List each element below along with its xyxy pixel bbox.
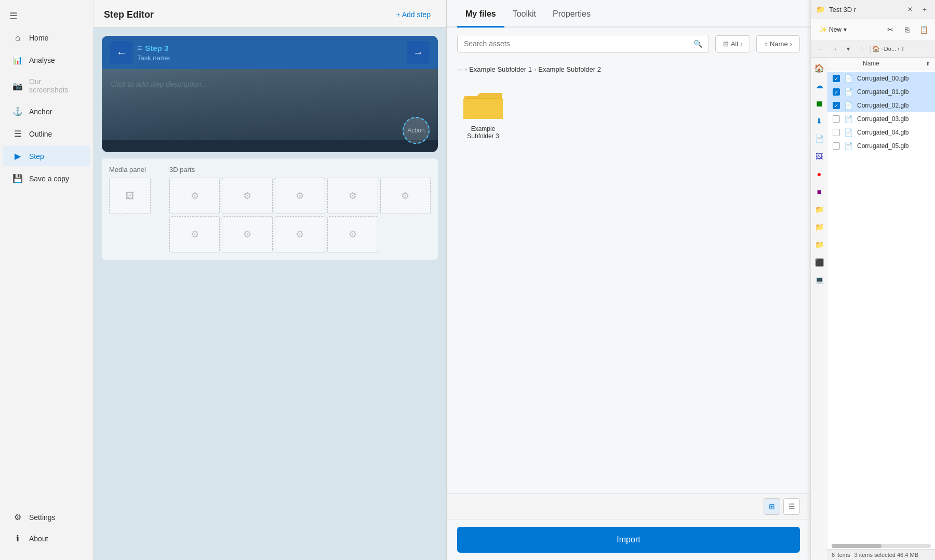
- menu-icon[interactable]: ☰: [0, 5, 93, 27]
- sidebar-item-anchor[interactable]: ⚓ Anchor: [3, 101, 90, 122]
- grid-view-icon: ⊞: [769, 502, 775, 511]
- step-card-body[interactable]: Click to add step description... Action: [102, 69, 438, 152]
- step-prev-button[interactable]: ←: [110, 41, 133, 64]
- scrollbar-thumb: [832, 544, 881, 548]
- step-card: ← ≡ Step 3 Task name → Click to add step…: [102, 36, 438, 152]
- part-icon-6: ⚙: [191, 229, 199, 240]
- list-view-button[interactable]: ☰: [783, 498, 800, 515]
- sidebar-item-save-copy[interactable]: 💾 Save a copy: [3, 168, 90, 189]
- sidebar-download-icon[interactable]: ⬇: [811, 113, 827, 129]
- file-list-item[interactable]: ✓ 📄 Corrugated_00.glb: [827, 72, 935, 85]
- file-list-item[interactable]: 📄 Corrugated_04.glb: [827, 126, 935, 139]
- sort-chevron-icon: ›: [790, 40, 792, 48]
- breadcrumb-sep-1: ›: [465, 65, 467, 73]
- items-count: 6 items: [832, 552, 850, 558]
- sidebar-file-icon[interactable]: 📄: [811, 130, 827, 147]
- sidebar-item-analyse[interactable]: 📊 Analyse: [3, 50, 90, 70]
- part-cell-7[interactable]: ⚙: [222, 216, 272, 252]
- file-list-item[interactable]: 📄 Corrugated_03.glb: [827, 112, 935, 126]
- sidebar-folder1-icon[interactable]: 📁: [811, 201, 827, 218]
- search-box[interactable]: 🔍: [457, 35, 709, 52]
- sidebar-item-settings[interactable]: ⚙ Settings: [3, 507, 90, 527]
- part-cell-3[interactable]: ⚙: [275, 178, 325, 214]
- file-list-item[interactable]: ✓ 📄 Corrugated_01.glb: [827, 85, 935, 99]
- sidebar-green-icon[interactable]: ◼: [811, 95, 827, 112]
- parts-section: 3D parts ⚙ ⚙ ⚙ ⚙ ⚙ ⚙ ⚙ ⚙ ⚙: [169, 166, 431, 252]
- step-next-button[interactable]: →: [407, 41, 430, 64]
- breadcrumb-dots[interactable]: ···: [457, 65, 463, 73]
- sidebar-folder3-icon[interactable]: 📁: [811, 236, 827, 253]
- import-bar: Import: [447, 519, 810, 560]
- nav-home-icon: 🏠: [872, 45, 880, 52]
- filter-button[interactable]: ⊟ All ›: [715, 35, 751, 52]
- paste-button[interactable]: 📋: [916, 22, 931, 37]
- file-list-item[interactable]: ✓ 📄 Corrugated_02.glb: [827, 99, 935, 112]
- sidebar-pic-icon[interactable]: 🖼: [811, 148, 827, 165]
- file-checkbox[interactable]: ✓: [833, 102, 840, 109]
- windows-explorer: 📁 Test 3D r ✕ + ✨ New ▾ ✂ ⎘ 📋 ← → ▾ ↑ | …: [810, 0, 935, 560]
- step-description[interactable]: Click to add step description...: [110, 80, 207, 88]
- explorer-scrollbar[interactable]: [832, 544, 931, 548]
- nav-up-button[interactable]: ↑: [856, 43, 868, 55]
- sidebar-cloud-icon[interactable]: ☁: [811, 77, 827, 94]
- part-cell-6[interactable]: ⚙: [169, 216, 220, 252]
- file-name: Corrugated_05.glb: [857, 142, 930, 150]
- file-type-icon: 📄: [844, 74, 853, 83]
- tab-toolkit[interactable]: Toolkit: [504, 0, 544, 28]
- breadcrumb-subfolder2[interactable]: Example Subfolder 2: [538, 65, 601, 73]
- part-icon-8: ⚙: [296, 229, 304, 240]
- sidebar-purple-icon[interactable]: ■: [811, 183, 827, 200]
- import-button[interactable]: Import: [457, 527, 800, 553]
- file-checkbox[interactable]: [833, 142, 840, 150]
- sidebar-item-home[interactable]: ⌂ Home: [3, 28, 90, 48]
- sidebar-drive-icon[interactable]: 💻: [811, 272, 827, 288]
- grid-view-button[interactable]: ⊞: [764, 498, 780, 515]
- nav-forward-button[interactable]: →: [829, 43, 841, 55]
- file-browser-panel: My files Toolkit Properties 🔍 ⊟ All › ↕: [447, 0, 810, 560]
- part-cell-1[interactable]: ⚙: [169, 178, 220, 214]
- explorer-new-tab-button[interactable]: +: [919, 4, 930, 15]
- file-checkbox[interactable]: ✓: [833, 75, 840, 82]
- sidebar-home-icon[interactable]: 🏠: [811, 60, 827, 76]
- action-label: Action: [407, 127, 424, 134]
- nav-back-button[interactable]: ←: [815, 43, 827, 55]
- copy-button[interactable]: ⎘: [900, 22, 914, 37]
- explorer-close-button[interactable]: ✕: [905, 4, 915, 15]
- svg-rect-1: [463, 99, 503, 119]
- folder-item-3[interactable]: Example Subfolder 3: [457, 89, 509, 140]
- sidebar: ☰ ⌂ Home 📊 Analyse 📷 Our screenshots ⚓ A…: [0, 0, 94, 560]
- sidebar-item-step[interactable]: ▶ Step: [3, 146, 90, 166]
- action-badge[interactable]: Action: [403, 117, 430, 144]
- part-cell-8[interactable]: ⚙: [275, 216, 325, 252]
- add-step-button[interactable]: + Add step: [391, 7, 436, 22]
- sidebar-folder2-icon[interactable]: 📁: [811, 219, 827, 235]
- sort-button[interactable]: ↕ Name ›: [756, 35, 800, 52]
- explorer-new-button[interactable]: ✨ New ▾: [815, 24, 851, 35]
- panel-sections: Media panel 🖼 3D parts ⚙ ⚙: [109, 166, 431, 252]
- sidebar-item-outline[interactable]: ☰ Outline: [3, 124, 90, 144]
- tab-my-files[interactable]: My files: [457, 0, 504, 28]
- media-cell[interactable]: 🖼: [109, 178, 151, 214]
- file-checkbox[interactable]: ✓: [833, 88, 840, 96]
- explorer-folder-icon: 📁: [816, 5, 825, 14]
- cut-button[interactable]: ✂: [883, 22, 898, 37]
- file-checkbox[interactable]: [833, 129, 840, 136]
- new-chevron-icon: ▾: [844, 26, 847, 33]
- part-icon-2: ⚙: [243, 190, 251, 202]
- selected-info: 3 items selected 46.4 MB: [854, 552, 918, 558]
- file-checkbox[interactable]: [833, 115, 840, 123]
- file-list-item[interactable]: 📄 Corrugated_05.glb: [827, 139, 935, 153]
- new-label: New: [829, 26, 842, 33]
- part-cell-5[interactable]: ⚙: [380, 178, 431, 214]
- sidebar-win-icon[interactable]: ⬛: [811, 254, 827, 271]
- nav-dropdown-button[interactable]: ▾: [842, 43, 854, 55]
- sidebar-red-icon[interactable]: ●: [811, 166, 827, 182]
- part-cell-9[interactable]: ⚙: [327, 216, 378, 252]
- part-cell-4[interactable]: ⚙: [327, 178, 378, 214]
- file-type-icon: 📄: [844, 142, 853, 150]
- part-cell-2[interactable]: ⚙: [222, 178, 272, 214]
- sidebar-item-about[interactable]: ℹ About: [3, 528, 90, 549]
- search-input[interactable]: [464, 39, 689, 48]
- breadcrumb-subfolder1[interactable]: Example Subfolder 1: [469, 65, 532, 73]
- tab-properties[interactable]: Properties: [544, 0, 599, 28]
